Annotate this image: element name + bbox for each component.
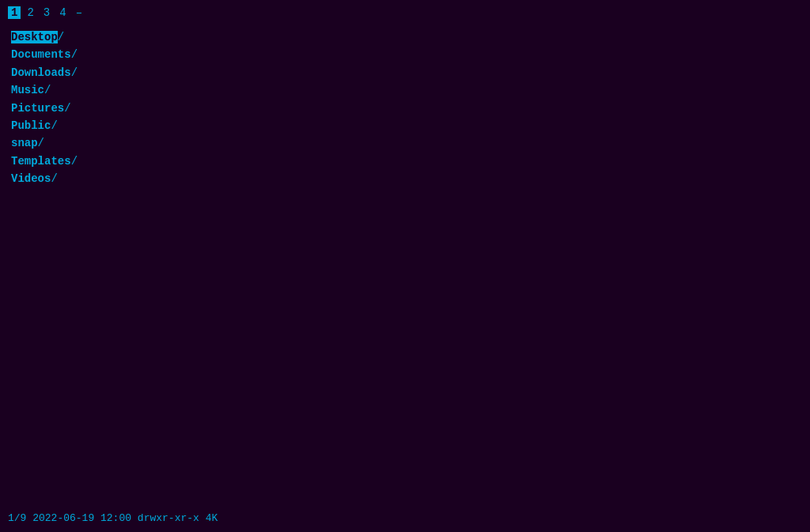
dir-slash-pictures: / [64, 102, 70, 115]
tab-4[interactable]: 4 [56, 6, 69, 19]
dir-slash-documents: / [71, 48, 78, 61]
dir-slash-templates: / [71, 155, 78, 168]
list-item[interactable]: snap/ [11, 134, 802, 152]
dir-slash-videos: / [51, 172, 57, 185]
terminal-window: 1234– Desktop/Documents/Downloads/Music/… [0, 0, 810, 532]
tab-1[interactable]: 1 [8, 6, 21, 19]
dir-name-videos: Videos [11, 172, 51, 185]
list-item[interactable]: Templates/ [11, 153, 802, 170]
dir-name-documents: Documents [11, 48, 71, 61]
tab-2[interactable]: 2 [24, 6, 36, 19]
dir-name-pictures: Pictures [11, 102, 64, 115]
list-item[interactable]: Downloads/ [11, 64, 802, 81]
dir-name-music: Music [11, 84, 44, 96]
status-bar: 1/9 2022-06-19 12:00 drwxr-xr-x 4K [8, 512, 218, 524]
list-item[interactable]: Pictures/ [11, 100, 802, 117]
directory-listing: Desktop/Documents/Downloads/Music/Pictur… [8, 28, 802, 188]
dir-slash-downloads: / [71, 66, 78, 79]
list-item[interactable]: Videos/ [11, 170, 802, 187]
dir-slash-snap: / [38, 137, 44, 149]
tab-–[interactable]: – [73, 6, 85, 19]
list-item[interactable]: Music/ [11, 81, 802, 99]
dir-name-desktop: Desktop [11, 31, 58, 43]
dir-slash-music: / [44, 84, 51, 96]
dir-name-templates: Templates [11, 155, 71, 168]
dir-name-snap: snap [11, 137, 38, 149]
dir-name-public: Public [11, 119, 51, 132]
list-item[interactable]: Public/ [11, 117, 802, 134]
list-item[interactable]: Documents/ [11, 46, 802, 63]
dir-name-downloads: Downloads [11, 66, 71, 79]
status-text: 1/9 2022-06-19 12:00 drwxr-xr-x 4K [8, 512, 218, 524]
dir-slash-desktop: / [58, 31, 64, 43]
dir-slash-public: / [51, 119, 57, 132]
tab-bar: 1234– [8, 6, 802, 19]
list-item[interactable]: Desktop/ [11, 28, 802, 46]
tab-3[interactable]: 3 [40, 6, 53, 19]
